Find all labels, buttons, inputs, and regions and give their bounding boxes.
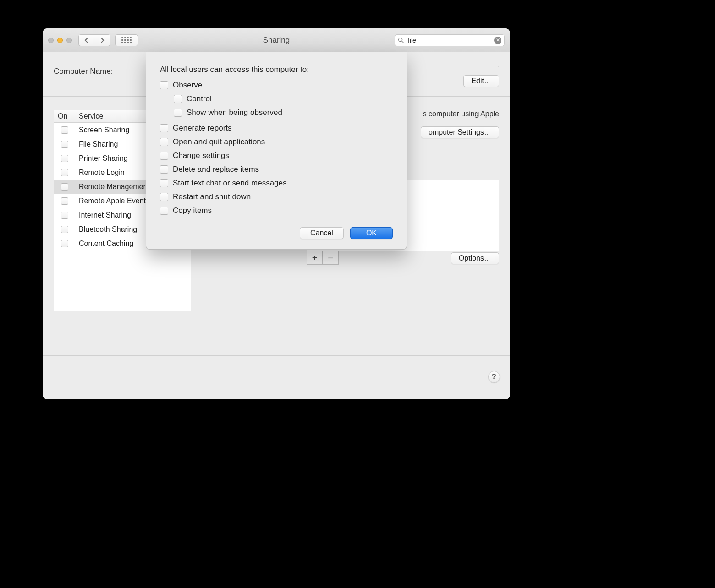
permission-checkbox[interactable] <box>160 81 168 89</box>
zoom-window-button[interactable] <box>66 38 72 43</box>
permission-checkbox[interactable] <box>174 109 182 117</box>
edit-button[interactable]: Edit… <box>463 75 499 87</box>
permission-checkbox[interactable] <box>160 193 168 201</box>
permission-row: Observe <box>160 81 393 90</box>
permission-checkbox[interactable] <box>174 95 182 103</box>
permission-row: Restart and shut down <box>160 192 393 201</box>
add-remove-controls: + − <box>307 251 339 265</box>
permission-row: Control <box>174 94 393 103</box>
service-checkbox[interactable] <box>61 240 68 247</box>
computer-name-label: Computer Name: <box>54 67 113 76</box>
traffic-lights <box>48 38 72 43</box>
service-checkbox[interactable] <box>61 126 68 134</box>
options-button[interactable]: Options… <box>451 252 499 264</box>
permission-row: Start text chat or send messages <box>160 179 393 188</box>
service-checkbox[interactable] <box>61 155 68 162</box>
forward-button[interactable] <box>94 35 110 46</box>
cancel-button[interactable]: Cancel <box>300 227 344 239</box>
permission-row: Copy items <box>160 206 393 215</box>
add-user-button[interactable]: + <box>307 251 323 264</box>
permission-label: Show when being observed <box>187 108 282 117</box>
help-button[interactable]: ? <box>488 371 500 383</box>
nav-back-forward <box>78 34 110 46</box>
permission-label: Control <box>187 94 212 103</box>
permission-label: Copy items <box>173 206 212 215</box>
permission-label: Restart and shut down <box>173 192 251 201</box>
titlebar: Sharing ✕ <box>43 28 510 52</box>
back-button[interactable] <box>79 35 94 46</box>
permission-checkbox[interactable] <box>160 207 168 215</box>
service-checkbox[interactable] <box>61 226 68 233</box>
permission-label: Delete and replace items <box>173 165 259 174</box>
permission-row: Delete and replace items <box>160 165 393 174</box>
computer-settings-button[interactable]: omputer Settings… <box>421 126 499 138</box>
permission-label: Start text chat or send messages <box>173 179 287 188</box>
permission-label: Generate reports <box>173 124 232 133</box>
close-window-button[interactable] <box>48 38 54 43</box>
permission-row: Generate reports <box>160 124 393 133</box>
permission-checkbox[interactable] <box>160 124 168 132</box>
search-icon <box>398 37 404 44</box>
permission-row: Show when being observed <box>174 108 393 117</box>
clear-search-button[interactable]: ✕ <box>494 37 501 44</box>
computer-name-input[interactable] <box>498 66 499 67</box>
search-field[interactable]: ✕ <box>395 34 505 46</box>
permissions-sheet: All local users can access this computer… <box>146 52 407 250</box>
permission-checkbox[interactable] <box>160 138 168 146</box>
permission-label: Open and quit applications <box>173 137 265 147</box>
service-checkbox[interactable] <box>61 183 68 191</box>
service-checkbox[interactable] <box>61 169 68 176</box>
permission-checkbox[interactable] <box>160 165 168 174</box>
service-checkbox[interactable] <box>61 212 68 219</box>
show-all-button[interactable] <box>115 34 138 46</box>
permission-label: Change settings <box>173 151 229 160</box>
ok-button[interactable]: OK <box>350 227 393 239</box>
service-checkbox[interactable] <box>61 141 68 148</box>
grid-icon <box>121 37 132 44</box>
svg-line-1 <box>402 41 404 43</box>
permission-row: Open and quit applications <box>160 137 393 147</box>
remove-user-button[interactable]: − <box>323 251 338 264</box>
permissions-list: ObserveControlShow when being observedGe… <box>160 81 393 215</box>
permission-label: Observe <box>173 81 202 90</box>
permission-checkbox[interactable] <box>160 152 168 160</box>
minimize-window-button[interactable] <box>57 38 63 43</box>
permission-row: Change settings <box>160 151 393 160</box>
svg-point-0 <box>399 38 402 41</box>
permission-checkbox[interactable] <box>160 179 168 187</box>
footer: ? <box>43 355 510 399</box>
col-on-header: On <box>54 110 75 122</box>
sheet-title: All local users can access this computer… <box>160 65 393 74</box>
service-checkbox[interactable] <box>61 197 68 205</box>
search-input[interactable] <box>407 36 494 44</box>
